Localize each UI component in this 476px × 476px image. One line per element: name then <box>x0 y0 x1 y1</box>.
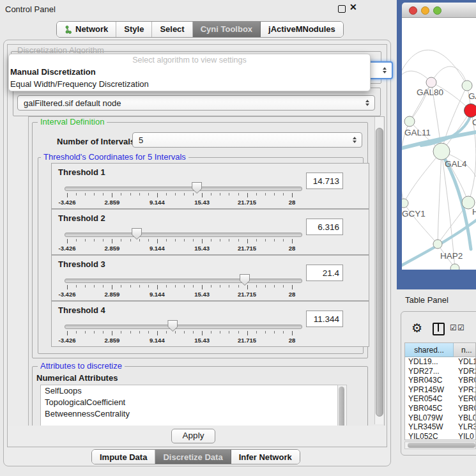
network-view-window[interactable]: GAL80 GA C GAL11 GAL4 GCY1 H HAP2 <box>397 0 476 289</box>
slider-track[interactable] <box>65 187 302 191</box>
scrollbar-thumb[interactable] <box>408 443 475 448</box>
tab-select[interactable]: Select <box>152 22 192 37</box>
network-node[interactable] <box>433 240 442 249</box>
table-cell[interactable]: YIL052C <box>405 432 454 440</box>
apply-button[interactable]: Apply <box>171 429 215 443</box>
tab-network[interactable]: Network <box>57 22 116 37</box>
table-cell[interactable]: YBR045C <box>405 404 454 413</box>
table-row[interactable]: YBR045CYBR0 <box>405 404 475 413</box>
table-cell[interactable]: YER0 <box>454 394 475 404</box>
gear-icon[interactable]: ⚙ <box>411 321 422 335</box>
slider-track[interactable] <box>65 233 302 237</box>
checkbox-icon[interactable]: ☑ <box>457 323 464 332</box>
table-horizontal-scrollbar[interactable] <box>404 441 476 449</box>
tick-mark <box>220 285 220 288</box>
table-row[interactable]: YBL079WYBL0 <box>405 413 475 423</box>
table-row[interactable]: YDL19...YDL1 <box>405 357 475 367</box>
table-cell[interactable]: YBR0 <box>454 376 475 385</box>
tick-label: 2.859 <box>105 291 120 298</box>
tab-style[interactable]: Style <box>116 22 152 37</box>
attributes-list-scrollbar[interactable] <box>337 385 347 426</box>
settings-vertical-scrollbar[interactable] <box>374 117 383 424</box>
tick-mark <box>256 285 257 288</box>
table-cell[interactable]: YDL19... <box>405 357 454 367</box>
table-cell[interactable]: YIL0 <box>454 432 475 440</box>
float-window-icon[interactable] <box>338 5 346 13</box>
network-node[interactable] <box>462 81 472 91</box>
table-cell[interactable]: YLR3 <box>454 422 475 432</box>
minimize-traffic-light-icon[interactable] <box>421 6 429 15</box>
threshold-value-field[interactable]: 11.344 <box>306 311 343 327</box>
slider-track[interactable] <box>65 279 302 283</box>
close-traffic-light-icon[interactable] <box>409 6 417 15</box>
network-node-selected[interactable] <box>464 104 476 118</box>
table-cell[interactable]: YER054C <box>405 394 454 404</box>
dropdown-option-equal-width[interactable]: Equal Width/Frequency Discretization <box>9 78 370 90</box>
network-window-titlebar[interactable] <box>402 3 476 18</box>
close-icon[interactable]: ✕ <box>349 2 357 12</box>
number-of-intervals-combobox[interactable]: 5 <box>132 132 362 148</box>
slider-ticks <box>52 239 369 244</box>
network-node[interactable] <box>402 199 408 208</box>
network-node[interactable] <box>433 143 450 160</box>
checkbox-icon[interactable]: ☑ <box>450 323 457 332</box>
tab-infer-network[interactable]: Infer Network <box>231 450 300 464</box>
table-cell[interactable]: YBR0 <box>454 404 475 413</box>
tick-mark <box>247 239 248 243</box>
slider-track[interactable] <box>65 325 302 329</box>
table-cell[interactable]: YDR27... <box>405 367 454 376</box>
table-cell[interactable]: YPR145W <box>405 385 454 395</box>
network-canvas[interactable]: GAL80 GA C GAL11 GAL4 GCY1 H HAP2 <box>402 18 476 270</box>
tab-impute-data[interactable]: Impute Data <box>92 450 155 464</box>
tick-mark <box>175 331 176 334</box>
table-cell[interactable]: YLR345W <box>405 422 454 432</box>
table-row[interactable]: YLR345WYLR3 <box>405 422 475 432</box>
tab-discretize-data[interactable]: Discretize Data <box>155 450 231 464</box>
threshold-value-field[interactable]: 6.316 <box>306 219 343 235</box>
tab-jactivemnodules[interactable]: jActiveMNodules <box>261 22 343 37</box>
dropdown-option-manual[interactable]: Manual Discretization <box>9 66 370 78</box>
scrollbar-thumb[interactable] <box>376 128 383 417</box>
numerical-attributes-list[interactable]: SelfLoopsTopologicalCoefficientBetweenne… <box>40 385 338 426</box>
tick-mark <box>175 193 176 196</box>
column-header-shared-name[interactable]: shared... <box>405 343 454 357</box>
slider-thumb[interactable] <box>132 228 142 240</box>
tick-mark <box>274 239 275 242</box>
tick-label: 15.43 <box>194 245 210 252</box>
attribute-item[interactable]: BetweennessCentrality <box>41 408 337 420</box>
tab-cyni-toolbox[interactable]: Cyni Toolbox <box>193 22 261 37</box>
network-node[interactable] <box>450 264 459 270</box>
table-cell[interactable]: YBR043C <box>405 376 454 385</box>
tick-label: 9.144 <box>150 291 165 298</box>
network-node[interactable] <box>426 77 436 88</box>
zoom-traffic-light-icon[interactable] <box>433 6 441 15</box>
table-row[interactable]: YIL052CYIL0 <box>405 432 475 440</box>
network-node[interactable] <box>404 116 415 127</box>
table-row[interactable]: YPR145WYPR1 <box>405 385 475 395</box>
table-data-combobox[interactable]: galFiltered.sif default node <box>17 95 375 111</box>
scrollbar-thumb[interactable] <box>339 387 344 426</box>
tick-mark <box>265 193 266 196</box>
tick-label: 21.715 <box>238 337 256 344</box>
split-view-icon[interactable] <box>433 323 445 335</box>
tick-label: 9.144 <box>150 245 165 252</box>
tick-label: 15.43 <box>194 199 210 206</box>
column-header-name[interactable]: n... <box>454 343 475 357</box>
attribute-item[interactable]: SelfLoops <box>41 385 337 397</box>
table-cell[interactable]: YBL0 <box>454 413 475 423</box>
table-cell[interactable]: YDL1 <box>454 357 475 367</box>
tick-mark <box>139 285 140 288</box>
threshold-value-field[interactable]: 21.4 <box>306 265 343 281</box>
table-cell[interactable]: YDR2 <box>454 367 475 376</box>
attribute-item[interactable]: TopologicalCoefficient <box>41 397 337 408</box>
table-cell[interactable]: YPR1 <box>454 385 475 395</box>
table-row[interactable]: YDR27...YDR2 <box>405 367 475 376</box>
threshold-value-field[interactable]: 14.713 <box>306 173 343 189</box>
slider-thumb[interactable] <box>240 274 250 286</box>
slider-thumb-face <box>240 275 249 285</box>
table-row[interactable]: YBR043CYBR0 <box>405 376 475 385</box>
slider-thumb[interactable] <box>167 320 178 332</box>
slider-thumb[interactable] <box>192 182 202 194</box>
table-row[interactable]: YER054CYER0 <box>405 394 475 404</box>
table-cell[interactable]: YBL079W <box>405 413 454 423</box>
